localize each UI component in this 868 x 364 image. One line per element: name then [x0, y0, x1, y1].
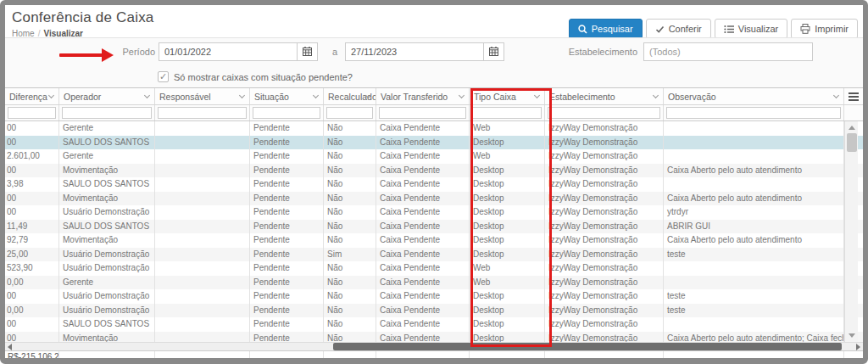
table-cell: IzzyWay Demonstração: [545, 205, 664, 220]
table-row[interactable]: 00Usuário DemonstraçãoPendenteNãoCaixa P…: [5, 205, 863, 220]
table-row[interactable]: 00SAULO DOS SANTOSPendenteNãoCaixa Pende…: [5, 317, 863, 332]
table-cell: Caixa Pendente: [376, 192, 470, 206]
table-cell: Pendente: [250, 177, 324, 192]
table-row[interactable]: 2.601,00GerentePendenteNãoCaixa Pendente…: [5, 149, 863, 164]
table-row[interactable]: 523,90Usuário DemonstraçãoPendenteNãoCai…: [5, 261, 863, 276]
table-cell: [664, 121, 844, 136]
column-header[interactable]: Situação: [250, 88, 324, 104]
sort-caret-icon[interactable]: [239, 92, 245, 98]
footer-cell: [376, 351, 470, 361]
scroll-down-arrow-icon[interactable]: [849, 333, 855, 338]
table-row[interactable]: 25,00Usuário DemonstraçãoPendenteSimCaix…: [5, 248, 863, 262]
vertical-scrollbar-thumb[interactable]: [847, 133, 857, 152]
table-cell: Desktop: [470, 317, 545, 332]
establishment-label: Estabelecimento: [542, 47, 637, 57]
pesquisar-button[interactable]: Pesquisar: [569, 19, 643, 39]
table-row[interactable]: 00MovimentaçãoPendenteNãoCaixa PendenteD…: [5, 192, 863, 206]
column-header[interactable]: Recalculado: [324, 88, 376, 104]
table-cell: Desktop: [470, 248, 545, 262]
table-row[interactable]: 00MovimentaçãoPendenteNãoCaixa PendenteD…: [5, 164, 863, 178]
column-filter-input[interactable]: [8, 107, 56, 119]
scroll-up-arrow-icon[interactable]: [849, 126, 855, 130]
table-cell: IzzyWay Demonstração: [545, 233, 664, 248]
table-cell: IzzyWay Demonstração: [545, 192, 664, 206]
column-filter-input[interactable]: [62, 107, 152, 119]
pending-filter-checkbox[interactable]: ✓: [158, 71, 169, 82]
table-cell: IzzyWay Demonstração: [545, 121, 664, 136]
column-header[interactable]: Operador: [59, 88, 155, 104]
column-header[interactable]: Diferença: [5, 88, 59, 104]
sort-caret-icon[interactable]: [459, 92, 465, 98]
table-cell: Web: [470, 276, 545, 290]
column-header[interactable]: Tipo Caixa: [470, 88, 545, 104]
table-cell: Não: [324, 121, 376, 136]
table-cell: Desktop: [470, 177, 545, 192]
footer-cell: [545, 351, 664, 361]
period-from-calendar-button[interactable]: [298, 42, 318, 61]
column-filter-input[interactable]: [472, 107, 542, 119]
table-cell: [664, 261, 844, 276]
column-header[interactable]: Observação: [664, 88, 844, 104]
column-header-label: Observação: [668, 92, 716, 102]
sort-caret-icon[interactable]: [534, 92, 540, 98]
table-row[interactable]: 00SAULO DOS SANTOSPendenteNãoCaixa Pende…: [5, 136, 863, 150]
table-cell: [155, 332, 250, 343]
sort-caret-icon[interactable]: [833, 92, 839, 98]
table-row[interactable]: 00MovimentaçãoPendenteNãoCaixa PendenteD…: [5, 332, 863, 343]
table-cell: Desktop: [470, 289, 545, 304]
table-cell: [155, 220, 250, 234]
table-row[interactable]: 00Usuário DemonstraçãoPendenteNãoCaixa P…: [5, 289, 863, 304]
column-filter-cell: [664, 105, 844, 120]
period-from-input[interactable]: [159, 42, 298, 61]
table-cell: Pendente: [250, 289, 324, 304]
table-cell: Caixa Pendente: [376, 332, 470, 343]
table-cell: Desktop: [470, 205, 545, 220]
table-cell: IzzyWay Demonstração: [545, 332, 664, 343]
vertical-scrollbar[interactable]: [844, 121, 858, 342]
table-cell: Não: [324, 289, 376, 304]
column-filter-input[interactable]: [379, 107, 466, 119]
scroll-left-arrow-icon[interactable]: [8, 344, 12, 350]
column-filter-input[interactable]: [548, 107, 660, 119]
table-row[interactable]: 00GerentePendenteNãoCaixa PendenteWebIzz…: [5, 121, 863, 136]
column-filter-input[interactable]: [326, 107, 373, 119]
table-cell: Pendente: [250, 332, 324, 343]
column-filter-input[interactable]: [666, 107, 841, 119]
horizontal-scrollbar-thumb[interactable]: [333, 343, 842, 350]
column-header[interactable]: Responsável: [155, 88, 250, 104]
establishment-input[interactable]: [643, 42, 813, 61]
column-header[interactable]: Valor Transferido: [376, 88, 470, 104]
sort-caret-icon[interactable]: [653, 92, 659, 98]
table-row[interactable]: 3,98SAULO DOS SANTOSPendenteNãoCaixa Pen…: [5, 177, 863, 192]
table-cell: Não: [324, 164, 376, 178]
table-cell: Pendente: [250, 261, 324, 276]
imprimir-button[interactable]: Imprimir: [791, 19, 858, 39]
column-filter-input[interactable]: [158, 107, 247, 119]
table-cell: [155, 289, 250, 304]
sort-caret-icon[interactable]: [48, 92, 54, 98]
column-filter-input[interactable]: [253, 107, 320, 119]
conferir-button[interactable]: Conferir: [646, 19, 711, 39]
visualizar-button[interactable]: Visualizar: [715, 19, 788, 39]
period-to-input[interactable]: [345, 42, 484, 61]
column-header[interactable]: Estabelecimento: [545, 88, 664, 104]
period-to-calendar-button[interactable]: [484, 42, 504, 61]
table-row[interactable]: 11,49SAULO DOS SANTOSPendenteNãoCaixa Pe…: [5, 220, 863, 234]
sort-caret-icon[interactable]: [144, 92, 150, 98]
table-cell: Sim: [324, 248, 376, 262]
scroll-right-arrow-icon[interactable]: [856, 344, 860, 350]
column-menu-icon[interactable]: [846, 89, 861, 104]
table-cell: Não: [324, 149, 376, 164]
table-cell: Pendente: [250, 192, 324, 206]
horizontal-scrollbar[interactable]: [5, 342, 863, 350]
table-cell: Pendente: [250, 233, 324, 248]
column-header-label: Valor Transferido: [381, 92, 448, 102]
table-cell: Não: [324, 220, 376, 234]
table-row[interactable]: 0,00Usuário DemonstraçãoPendenteNãoCaixa…: [5, 304, 863, 318]
page-title: Conferência de Caixa: [12, 9, 153, 26]
sort-caret-icon[interactable]: [313, 92, 319, 98]
column-filter-cell: [250, 105, 324, 120]
table-cell: 2.601,00: [5, 149, 59, 164]
table-row[interactable]: 0,00GerentePendenteNãoCaixa PendenteWebI…: [5, 276, 863, 290]
table-row[interactable]: 92,79MovimentaçãoPendenteNãoCaixa Penden…: [5, 233, 863, 248]
